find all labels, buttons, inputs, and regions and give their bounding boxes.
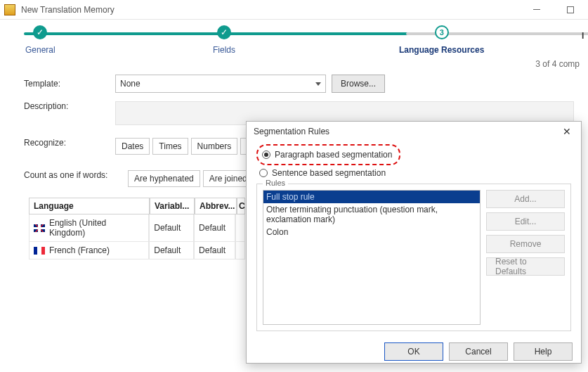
remove-button[interactable]: Remove [486, 235, 565, 253]
recognize-numbers[interactable]: Numbers [191, 138, 238, 155]
count-hyphenated[interactable]: Are hyphenated [128, 170, 200, 187]
recognize-dates[interactable]: Dates [115, 138, 150, 155]
step-language-resources[interactable]: 3 Language Resources [399, 25, 484, 55]
description-label: Description: [24, 101, 115, 111]
languages-table: Language Variabl... Abbrev... C English … [28, 197, 246, 260]
table-row[interactable]: English (United Kingdom) Default Default [29, 214, 245, 242]
recognize-times[interactable]: Times [152, 138, 188, 155]
ok-button[interactable]: OK [384, 342, 443, 361]
progress-indicator: 3 of 4 comp [0, 59, 580, 69]
add-button[interactable]: Add... [486, 190, 565, 208]
step-general[interactable]: General [25, 25, 55, 55]
step-fields[interactable]: Fields [213, 25, 235, 55]
window-title: New Translation Memory [21, 5, 526, 15]
check-icon [37, 27, 44, 37]
help-button[interactable]: Help [514, 342, 573, 361]
recognize-label: Recognize: [24, 138, 115, 148]
col-variables[interactable]: Variabl... [150, 198, 195, 214]
col-language[interactable]: Language [29, 198, 150, 214]
template-dropdown[interactable]: None [115, 75, 326, 93]
radio-sentence-segmentation[interactable]: Sentence based segmentation [256, 165, 571, 181]
flag-uk-icon [34, 224, 45, 232]
radio-paragraph-segmentation[interactable]: Paragraph based segmentation [259, 147, 392, 162]
chevron-down-icon [315, 82, 321, 86]
list-item[interactable]: Colon [263, 226, 480, 238]
step-next: I [582, 25, 584, 41]
list-item[interactable]: Full stop rule [263, 191, 480, 203]
col-abbrev[interactable]: Abbrev... [195, 198, 237, 214]
table-row[interactable]: French (France) Default Default [29, 242, 245, 259]
browse-button[interactable]: Browse... [332, 75, 385, 93]
dialog-title: Segmentation Rules [254, 127, 329, 136]
rules-listbox[interactable]: Full stop rule Other terminating punctua… [263, 190, 481, 325]
rules-legend: Rules [263, 179, 288, 187]
flag-fr-icon [34, 247, 45, 255]
rules-fieldset: Rules Full stop rule Other terminating p… [256, 184, 571, 331]
segmentation-rules-dialog: Segmentation Rules ✕ Paragraph based seg… [246, 121, 582, 364]
col-extra[interactable]: C [237, 198, 245, 214]
cancel-button[interactable]: Cancel [449, 342, 508, 361]
highlight-annotation: Paragraph based segmentation [256, 144, 400, 165]
edit-button[interactable]: Edit... [486, 212, 565, 231]
radio-icon [262, 150, 270, 159]
close-button[interactable]: ✕ [560, 126, 574, 137]
reset-defaults-button[interactable]: Reset to Defaults [486, 257, 565, 276]
list-item[interactable]: Other terminating punctuation (question … [263, 203, 480, 226]
template-value: None [120, 79, 141, 89]
radio-icon [259, 169, 268, 177]
check-icon [221, 27, 228, 37]
title-bar: New Translation Memory [0, 0, 588, 20]
template-label: Template: [24, 79, 115, 89]
app-icon [4, 4, 15, 15]
wizard-stepper: General Fields 3 Language Resources I [13, 25, 575, 59]
minimize-button[interactable] [526, 3, 547, 17]
count-as-one-label: Count as one if words: [24, 170, 128, 180]
maximize-button[interactable] [560, 3, 581, 17]
